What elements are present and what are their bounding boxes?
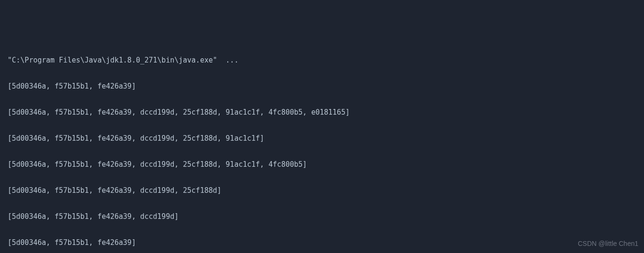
command-line: "C:\Program Files\Java\jdk1.8.0_271\bin\… [8, 54, 644, 67]
output-line: [5d00346a, f57b15b1, fe426a39, dccd199d] [8, 210, 644, 224]
output-line: [5d00346a, f57b15b1, fe426a39, dccd199d,… [8, 132, 644, 145]
output-line: [5d00346a, f57b15b1, fe426a39, dccd199d,… [8, 184, 644, 198]
output-line: [5d00346a, f57b15b1, fe426a39, dccd199d,… [8, 158, 644, 172]
watermark: CSDN @little Chen1 [578, 237, 638, 251]
output-line: [5d00346a, f57b15b1, fe426a39] [8, 80, 644, 93]
output-line: [5d00346a, f57b15b1, fe426a39] [8, 236, 644, 250]
output-line: [5d00346a, f57b15b1, fe426a39, dccd199d,… [8, 106, 644, 119]
